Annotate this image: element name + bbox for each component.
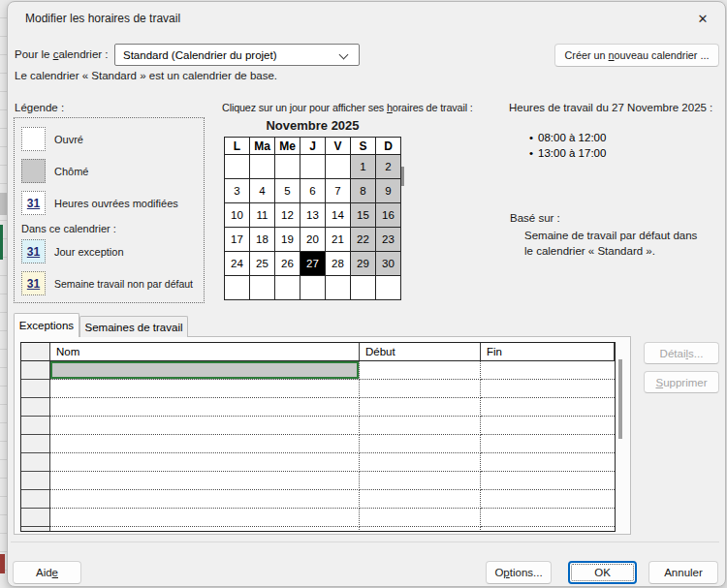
row-header-cell[interactable] <box>21 490 50 509</box>
table-cell[interactable] <box>360 472 481 490</box>
create-new-calendar-button[interactable]: Créer un nouveau calendrier ... <box>554 44 719 67</box>
table-cell[interactable] <box>481 509 615 527</box>
tab-exceptions[interactable]: Exceptions <box>14 313 79 337</box>
options-button[interactable]: Options... <box>486 561 552 584</box>
calendar-day-cell[interactable] <box>250 155 275 179</box>
calendar-day-cell[interactable]: 5 <box>275 179 300 203</box>
calendar-day-cell[interactable]: 25 <box>250 252 275 276</box>
row-header-cell[interactable] <box>21 435 50 453</box>
calendar-day-cell[interactable] <box>326 276 351 300</box>
tab-work-weeks[interactable]: Semaines de travail <box>79 316 188 337</box>
calendar-day-cell[interactable] <box>326 155 351 179</box>
calendar-day-cell[interactable]: 24 <box>225 252 250 276</box>
calendar-day-cell[interactable]: 27 <box>300 252 326 276</box>
table-cell[interactable] <box>481 490 615 509</box>
calendar-day-cell[interactable]: 28 <box>326 252 351 276</box>
calendar-scrollbar-thumb[interactable] <box>401 167 404 186</box>
calendar-select[interactable]: Standard (Calendrier du projet) <box>114 44 360 66</box>
row-header-cell[interactable] <box>21 453 50 472</box>
calendar-day-cell[interactable] <box>250 276 275 300</box>
table-cell[interactable] <box>50 398 360 417</box>
calendar-day-cell[interactable]: 21 <box>326 228 351 252</box>
table-cell[interactable] <box>481 361 615 380</box>
legend-item-working: Ouvré <box>21 127 83 151</box>
calendar-day-cell[interactable] <box>275 276 300 300</box>
table-cell[interactable] <box>360 417 481 435</box>
table-cell[interactable] <box>360 509 481 527</box>
calendar-day-cell[interactable]: 10 <box>225 203 250 228</box>
calendar-day-cell[interactable]: 19 <box>275 228 300 252</box>
row-header-cell[interactable] <box>21 361 50 380</box>
table-cell[interactable] <box>481 398 615 417</box>
calendar-day-cell[interactable] <box>376 276 401 300</box>
table-cell[interactable] <box>481 380 615 398</box>
table-scrollbar-thumb[interactable] <box>618 359 622 439</box>
calendar-day-cell[interactable]: 8 <box>351 179 376 203</box>
calendar-day-cell[interactable]: 6 <box>300 179 326 203</box>
table-cell[interactable] <box>50 361 360 380</box>
calendar-day-cell[interactable]: 22 <box>351 228 376 252</box>
table-cell[interactable] <box>360 361 481 380</box>
cancel-button[interactable]: Annuler <box>648 561 718 584</box>
table-cell[interactable] <box>481 527 615 532</box>
table-cell[interactable] <box>50 435 360 453</box>
table-cell[interactable] <box>50 453 360 472</box>
row-header-cell[interactable] <box>21 417 50 435</box>
row-header-cell[interactable] <box>21 527 50 532</box>
table-cell[interactable] <box>50 472 360 490</box>
calendar-day-cell[interactable]: 30 <box>376 252 401 276</box>
calendar-day-cell[interactable]: 29 <box>351 252 376 276</box>
calendar-day-cell[interactable] <box>225 155 250 179</box>
calendar-day-cell[interactable]: 14 <box>326 203 351 228</box>
table-cell[interactable] <box>360 453 481 472</box>
ok-button[interactable]: OK <box>568 561 637 584</box>
calendar-day-cell[interactable]: 26 <box>275 252 300 276</box>
table-cell[interactable] <box>360 490 481 509</box>
calendar-day-cell[interactable]: 7 <box>326 179 351 203</box>
help-button[interactable]: Aide <box>13 561 81 584</box>
table-cell[interactable] <box>50 380 360 398</box>
column-header-fin[interactable]: Fin <box>481 343 615 361</box>
calendar-day-cell[interactable]: 9 <box>376 179 401 203</box>
calendar-day-cell[interactable]: 20 <box>300 228 326 252</box>
table-cell[interactable] <box>360 380 481 398</box>
calendar-day-cell[interactable] <box>300 155 326 179</box>
table-cell[interactable] <box>50 490 360 509</box>
table-cell[interactable] <box>481 453 615 472</box>
calendar-day-cell[interactable]: 23 <box>376 228 401 252</box>
delete-button[interactable]: Supprimer <box>644 371 719 393</box>
table-cell[interactable] <box>481 417 615 435</box>
row-header-cell[interactable] <box>21 509 50 527</box>
calendar-day-cell[interactable]: 1 <box>351 155 376 179</box>
table-cell[interactable] <box>360 527 481 532</box>
table-cell[interactable] <box>50 417 360 435</box>
table-cell[interactable] <box>50 509 360 527</box>
calendar-day-cell[interactable]: 3 <box>225 179 250 203</box>
row-header-cell[interactable] <box>21 472 50 490</box>
calendar-day-cell[interactable]: 15 <box>351 203 376 228</box>
calendar-day-cell[interactable]: 4 <box>250 179 275 203</box>
calendar-instruction: Cliquez sur un jour pour afficher ses ho… <box>222 102 473 113</box>
calendar-day-cell[interactable] <box>351 276 376 300</box>
calendar-day-cell[interactable]: 11 <box>250 203 275 228</box>
table-cell[interactable] <box>50 527 360 532</box>
table-cell[interactable] <box>481 472 615 490</box>
column-header-debut[interactable]: Début <box>360 343 481 361</box>
table-cell[interactable] <box>481 435 615 453</box>
column-header-nom[interactable]: Nom <box>50 343 360 361</box>
calendar-day-cell[interactable] <box>300 276 326 300</box>
calendar-day-cell[interactable]: 16 <box>376 203 401 228</box>
row-header-cell[interactable] <box>21 398 50 417</box>
calendar-day-cell[interactable]: 18 <box>250 228 275 252</box>
table-cell[interactable] <box>360 435 481 453</box>
calendar-day-cell[interactable] <box>225 276 250 300</box>
close-button[interactable]: ✕ <box>688 7 717 30</box>
calendar-day-cell[interactable]: 17 <box>225 228 250 252</box>
row-header-cell[interactable] <box>21 380 50 398</box>
table-cell[interactable] <box>360 398 481 417</box>
calendar-day-cell[interactable]: 2 <box>376 155 401 179</box>
calendar-day-cell[interactable]: 12 <box>275 203 300 228</box>
calendar-day-cell[interactable] <box>275 155 300 179</box>
calendar-day-cell[interactable]: 13 <box>300 203 326 228</box>
details-button[interactable]: Détails... <box>644 342 719 364</box>
